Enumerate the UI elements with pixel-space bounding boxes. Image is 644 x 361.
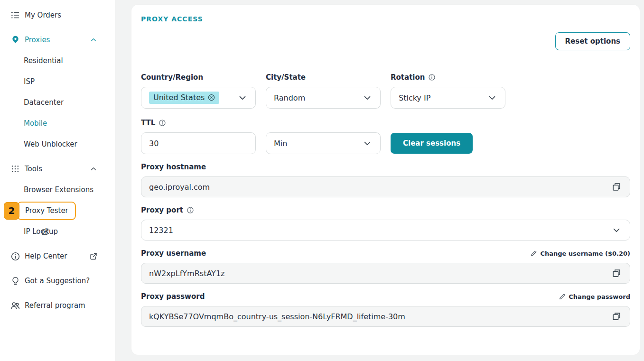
copy-icon — [611, 268, 622, 278]
step-2-badge: 2 — [4, 202, 19, 220]
external-link-icon — [41, 227, 49, 236]
sidebar-item-label: Datacenter — [24, 98, 64, 107]
city-select-value: Random — [274, 93, 305, 102]
chevron-down-icon — [362, 138, 373, 148]
city-label: City/State — [266, 73, 381, 82]
copy-icon — [611, 182, 622, 192]
chevron-down-icon — [237, 93, 248, 103]
ttl-label: TTL — [141, 118, 630, 128]
country-select[interactable]: United States — [141, 87, 256, 109]
sidebar-item-proxy-tester[interactable]: 2 Proxy Tester — [0, 200, 115, 221]
sidebar-item-referral[interactable]: Referral program — [0, 295, 115, 316]
username-value: nW2xpLfYmRstAY1z — [149, 269, 224, 278]
circle-x-icon[interactable] — [207, 93, 215, 102]
sidebar-item-mobile[interactable]: Mobile — [0, 113, 115, 134]
sidebar-item-my-orders[interactable]: My Orders — [0, 5, 115, 26]
rotation-label: Rotation — [391, 73, 505, 82]
people-icon — [10, 300, 20, 311]
sidebar-item-label: My Orders — [25, 11, 61, 19]
rotation-label-text: Rotation — [391, 73, 425, 82]
port-select-value: 12321 — [149, 226, 173, 235]
location-pin-icon — [10, 35, 20, 45]
rotation-select-value: Sticky IP — [399, 93, 430, 102]
section-title: PROXY ACCESS — [141, 15, 630, 23]
pencil-icon — [530, 250, 537, 257]
copy-username-button[interactable] — [611, 268, 622, 279]
copy-hostname-button[interactable] — [611, 181, 622, 193]
sidebar-item-help-center[interactable]: Help Center — [0, 246, 115, 267]
sidebar-item-label: Tools — [25, 165, 42, 173]
sidebar-item-label: Browser Extensions — [24, 185, 93, 194]
change-password-link[interactable]: Change password — [559, 293, 630, 300]
sidebar-item-isp[interactable]: ISP — [0, 71, 115, 92]
password-value: kQKYBSe77OVmqmBo_country-us_session-N6Ly… — [149, 312, 405, 321]
sidebar-item-datacenter[interactable]: Datacenter — [0, 92, 115, 113]
sidebar-item-tools[interactable]: Tools — [0, 158, 115, 179]
info-icon[interactable] — [159, 119, 166, 127]
sidebar-item-label: ISP — [24, 77, 35, 86]
proxy-access-card: PROXY ACCESS Reset options Country/Regio… — [131, 5, 640, 355]
sidebar-item-suggestion[interactable]: Got a Suggestion? — [0, 270, 115, 291]
pencil-icon — [559, 293, 566, 300]
ttl-input[interactable] — [141, 132, 256, 154]
sidebar-item-label[interactable]: Proxy Tester — [17, 202, 76, 220]
divider — [141, 61, 630, 61]
sidebar-item-label: Referral program — [25, 301, 85, 310]
sidebar-item-web-unblocker[interactable]: Web Unblocker — [0, 134, 115, 155]
country-tag-label: United States — [153, 93, 205, 102]
info-icon[interactable] — [428, 74, 436, 81]
sidebar-item-ip-lookup[interactable]: IP Lookup — [0, 221, 115, 242]
sidebar-item-label: Got a Suggestion? — [25, 277, 90, 285]
hostname-field: geo.iproyal.com — [141, 176, 630, 197]
external-link-icon — [89, 252, 98, 260]
ttl-unit-value: Min — [274, 139, 287, 148]
sidebar: My Orders Proxies Residential ISP Datace… — [0, 0, 115, 361]
port-select[interactable]: 12321 — [141, 220, 630, 241]
info-icon — [10, 251, 20, 261]
ttl-label-text: TTL — [141, 119, 155, 127]
sidebar-item-label: Web Unblocker — [24, 140, 77, 148]
main-content: PROXY ACCESS Reset options Country/Regio… — [115, 0, 644, 361]
hostname-label: Proxy hostname — [141, 162, 630, 172]
sidebar-item-label: Proxies — [25, 36, 50, 44]
sidebar-item-label: Residential — [24, 56, 63, 65]
chevron-up-icon[interactable] — [89, 36, 98, 44]
chevron-up-icon[interactable] — [89, 165, 98, 173]
sidebar-item-label: Help Center — [25, 252, 67, 260]
port-label-text: Proxy port — [141, 206, 183, 214]
sidebar-item-residential[interactable]: Residential — [0, 50, 115, 71]
change-username-text: Change username ($0.20) — [540, 250, 630, 257]
dots-grid-icon — [10, 164, 20, 174]
city-select[interactable]: Random — [266, 87, 381, 109]
copy-password-button[interactable] — [611, 311, 622, 322]
chevron-down-icon — [611, 224, 622, 236]
hostname-value: geo.iproyal.com — [149, 183, 210, 192]
password-field: kQKYBSe77OVmqmBo_country-us_session-N6Ly… — [141, 306, 630, 327]
reset-options-button[interactable]: Reset options — [555, 32, 630, 50]
chevron-down-icon — [362, 93, 373, 103]
ttl-unit-select[interactable]: Min — [266, 132, 381, 154]
country-tag: United States — [149, 92, 219, 104]
sidebar-item-label: Mobile — [24, 119, 47, 128]
list-icon — [10, 10, 20, 20]
username-field: nW2xpLfYmRstAY1z — [141, 263, 630, 284]
username-label: Proxy username — [141, 249, 206, 258]
country-label: Country/Region — [141, 73, 256, 82]
clear-sessions-button[interactable]: Clear sessions — [391, 133, 473, 154]
sidebar-item-browser-extensions[interactable]: Browser Extensions — [0, 179, 115, 200]
info-icon[interactable] — [187, 206, 194, 214]
port-label: Proxy port — [141, 205, 630, 215]
sidebar-item-proxies[interactable]: Proxies — [0, 29, 115, 50]
copy-icon — [611, 311, 622, 322]
change-username-link[interactable]: Change username ($0.20) — [530, 250, 630, 257]
rotation-select[interactable]: Sticky IP — [391, 87, 505, 109]
change-password-text: Change password — [569, 293, 630, 300]
lightbulb-icon — [10, 276, 20, 286]
password-label: Proxy password — [141, 292, 205, 301]
chevron-down-icon — [487, 93, 497, 103]
